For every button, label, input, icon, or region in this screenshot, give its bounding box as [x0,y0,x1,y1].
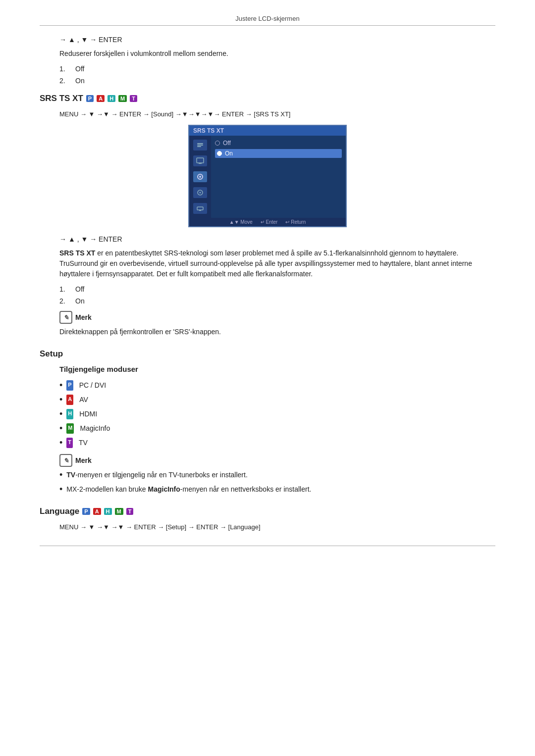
svg-rect-4 [199,163,202,164]
ui-option-on-label: On [225,150,233,157]
page-title: Justere LCD-skjermen [235,15,299,22]
volume-opt1-label: Off [75,65,84,73]
ui-mockup-body: Off On [189,136,346,218]
language-menu-instruction: MENU → ▼ →▼ →▼ → ENTER → [Setup] → ENTER… [59,523,495,531]
setup-heading: Setup [40,349,495,359]
available-modes-heading: Tilgjengelige moduser [59,365,495,373]
mode-hdmi-bullet: • [59,409,62,419]
top-nav-instruction: → ▲ , ▼ → ENTER [59,36,495,44]
srs-badge-h: H [107,95,115,102]
setup-note-2: • MX-2-modellen kan bruke MagicInfo-meny… [59,484,495,495]
page-header: Justere LCD-skjermen [40,15,495,26]
top-nav-section: → ▲ , ▼ → ENTER Reduserer forskjellen i … [59,36,495,85]
mode-hdmi-label: HDMI [79,409,97,419]
sidebar-icon-3-svg [197,173,204,180]
bottom-rule [40,546,495,546]
srs-section-heading: SRS TS XT P A H M T [40,94,495,103]
ui-option-on: On [215,149,342,158]
language-section-heading: Language P A H M T [40,506,495,516]
volume-description: Reduserer forskjellen i volumkontroll me… [59,49,495,59]
mode-magicinfo: • M MagicInfo [59,423,495,434]
ui-footer-move: ▲▼ Move [229,219,253,225]
srs-opt1-label: Off [75,285,84,293]
ui-mockup-container: SRS TS XT [40,125,495,227]
ui-radio-off [215,141,220,146]
ui-footer-enter: ↵ Enter [261,219,278,225]
setup-merk-icon: ✎ [59,454,72,467]
svg-rect-3 [197,158,204,163]
language-title: Language [40,506,79,516]
ui-option-off-label: Off [223,140,231,147]
ui-mockup-main: Off On [211,136,346,218]
srs-badge-t: T [130,95,137,102]
magicinfo-bold: MagicInfo [148,485,180,493]
srs-description: SRS TS XT er en patentbeskyttet SRS-tekn… [59,248,495,279]
srs-badge-m: M [118,95,127,102]
srs-option-1: 1. Off [59,285,495,293]
sidebar-icon-1 [193,140,207,151]
srs-opt1-num: 1. [59,285,69,293]
srs-badge-a: A [97,95,105,102]
mode-hdmi-badge: H [66,409,73,419]
volume-option-1: 1. Off [59,65,495,73]
lang-badge-p: P [82,508,90,515]
volume-opt1-num: 1. [59,65,69,73]
lang-badge-m: M [115,508,123,515]
setup-note-1-text: TV-menyen er tilgjengelig når en TV-tune… [66,470,247,480]
srs-nav-instruction: → ▲ , ▼ → ENTER [59,235,495,243]
sidebar-icon-2 [193,155,207,166]
mode-magicinfo-badge: M [66,423,74,434]
srs-option-2: 2. On [59,297,495,305]
ui-footer-return-label: ↩ Return [285,219,306,225]
srs-badge-p: P [86,95,94,102]
ui-mockup-footer: ▲▼ Move ↵ Enter ↩ Return [189,218,346,226]
lang-badge-t: T [126,508,134,515]
srs-description-text: er en patentbeskyttet SRS-teknologi som … [59,249,472,278]
mode-magicinfo-label: MagicInfo [80,423,110,434]
sidebar-icon-5-svg [196,205,204,211]
srs-bold-title: SRS TS XT [59,249,95,257]
ui-option-off: Off [215,140,342,147]
mode-pc-dvi-bullet: • [59,381,62,391]
svg-rect-9 [197,207,203,210]
setup-note-1-bullet: • [59,470,62,480]
srs-merk-note: Direkteknappen på fjernkontrollen er 'SR… [59,327,495,337]
svg-rect-1 [197,145,203,146]
ui-mockup-sidebar [189,136,211,218]
mode-av: • A AV [59,395,495,405]
svg-point-8 [200,192,201,194]
srs-opt2-label: On [75,297,85,305]
setup-merk-box: ✎ Merk [59,454,495,467]
volume-opt2-num: 2. [59,77,69,85]
mode-magicinfo-bullet: • [59,424,62,434]
ui-footer-return: ↩ Return [285,219,306,225]
mode-av-badge: A [66,395,73,405]
volume-opt2-label: On [75,77,85,85]
mode-tv-badge: T [66,438,73,448]
mode-pc-dvi-label: PC / DVI [79,380,106,391]
srs-opt2-num: 2. [59,297,69,305]
svg-point-6 [199,176,201,178]
mode-tv: • T TV [59,438,495,448]
srs-below-mockup: → ▲ , ▼ → ENTER SRS TS XT er en patentbe… [59,235,495,337]
mode-av-bullet: • [59,395,62,405]
ui-footer-enter-label: ↵ Enter [261,219,278,225]
srs-merk-label: Merk [75,313,92,321]
srs-title: SRS TS XT [40,94,83,103]
srs-merk-box: ✎ Merk [59,311,495,324]
mode-pc-dvi-badge: P [66,380,73,391]
mode-hdmi: • H HDMI [59,409,495,419]
srs-merk-icon: ✎ [59,311,72,324]
svg-rect-10 [199,210,201,211]
merk-symbol: ✎ [63,314,69,321]
sidebar-icon-4-svg [197,189,204,196]
setup-note-1: • TV-menyen er tilgjengelig når en TV-tu… [59,470,495,480]
setup-merk-label: Merk [75,456,92,464]
ui-mockup-titlebar: SRS TS XT [189,126,346,136]
srs-menu-instruction: MENU → ▼ →▼ → ENTER → [Sound] →▼→▼→▼→ EN… [59,110,495,118]
mode-tv-bullet: • [59,438,62,448]
sidebar-icon-5 [193,203,207,214]
mode-tv-label: TV [79,438,88,448]
sidebar-icon-3-active [193,171,207,182]
svg-rect-0 [197,143,203,144]
